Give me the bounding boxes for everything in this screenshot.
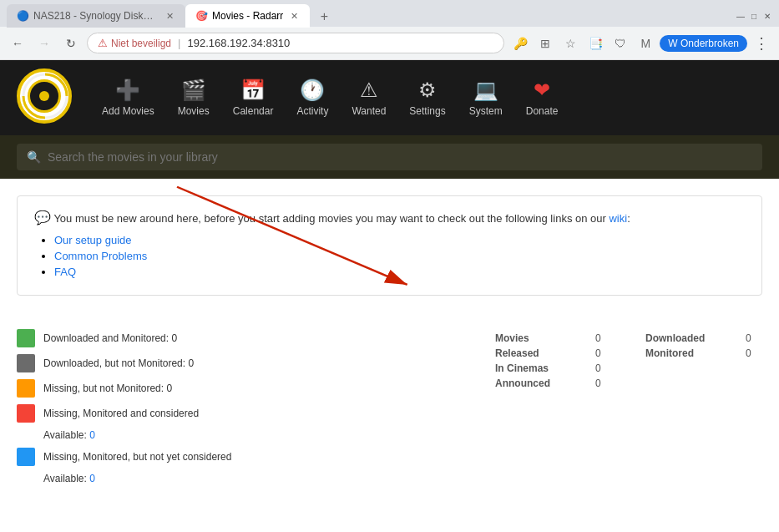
- address-separator: |: [178, 37, 180, 49]
- legend-color-red: [17, 404, 35, 423]
- stat-downloaded-label: Downloaded: [645, 332, 705, 344]
- list-item-setup: Our setup guide: [54, 234, 745, 246]
- calendar-icon: 📅: [240, 79, 266, 102]
- nav-movies[interactable]: 🎬 Movies: [168, 72, 220, 124]
- available-link-1[interactable]: 0: [89, 429, 95, 441]
- shield-icon[interactable]: 🛡: [610, 33, 631, 54]
- stat-monitored: Monitored 0: [645, 347, 762, 359]
- logo-circle: [17, 68, 72, 124]
- movie-stats-col: Movies 0 Released 0 In Cinemas 0 Announc…: [495, 332, 612, 491]
- close-button[interactable]: ✕: [762, 11, 772, 21]
- stat-in-cinemas-value: 0: [595, 362, 612, 374]
- app-container: ➕ Add Movies 🎬 Movies 📅 Calendar 🕐 Activ…: [0, 60, 779, 532]
- title-bar: 🔵 NAS218 - Synology DiskStation ✕ 🎯 Movi…: [0, 0, 779, 27]
- donate-label: Donate: [526, 105, 559, 117]
- stat-announced-value: 0: [595, 377, 612, 389]
- search-bar-container: 🔍: [0, 135, 779, 179]
- main-content: © www.snelrennen.nl 💬 You must be new ar…: [0, 179, 779, 521]
- navigation-bar: ← → ↻ ⚠ Niet beveiligd | 192.168.192.34:…: [0, 27, 779, 60]
- nav-donate[interactable]: ❤ Donate: [516, 72, 569, 124]
- stat-movies: Movies 0: [495, 332, 612, 344]
- wanted-icon: ⚠: [360, 79, 378, 102]
- wanted-label: Wanted: [352, 105, 386, 117]
- legend-downloaded-monitored: Downloaded and Monitored: 0: [17, 329, 462, 347]
- legend-missing-monitored-not-considered: Missing, Monitored, but not yet consider…: [17, 448, 462, 466]
- setup-guide-link[interactable]: Our setup guide: [54, 234, 132, 246]
- forward-button[interactable]: →: [33, 33, 55, 54]
- key-icon[interactable]: 🔑: [509, 33, 531, 54]
- app-logo[interactable]: [17, 68, 75, 127]
- gmail-icon[interactable]: M: [635, 33, 656, 54]
- back-button[interactable]: ←: [7, 33, 28, 54]
- nav-wanted[interactable]: ⚠ Wanted: [341, 72, 396, 124]
- tab-radarr-favicon: 🎯: [195, 10, 207, 22]
- legend-downloaded-not-monitored: Downloaded, but not Monitored: 0: [17, 354, 462, 372]
- stat-released: Released 0: [495, 347, 612, 359]
- add-movies-label: Add Movies: [102, 105, 154, 117]
- browser-menu-button[interactable]: ⋮: [751, 33, 772, 54]
- tab-nas-label: NAS218 - Synology DiskStation: [33, 10, 159, 22]
- nav-add-movies[interactable]: ➕ Add Movies: [92, 72, 164, 124]
- welcome-box: 💬 You must be new around here, before yo…: [17, 195, 762, 296]
- tab-radarr[interactable]: 🎯 Movies - Radarr ✕: [185, 4, 310, 28]
- address-bar[interactable]: ⚠ Niet beveiligd | 192.168.192.34:8310: [87, 33, 504, 53]
- system-label: System: [469, 105, 503, 117]
- search-icon: 🔍: [27, 150, 41, 164]
- legend-color-green: [17, 329, 35, 347]
- legend-label-missing-monitored-considered: Missing, Monitored and considered: [43, 408, 199, 419]
- stat-monitored-value: 0: [746, 347, 762, 359]
- tab-nas-close[interactable]: ✕: [164, 10, 175, 22]
- stat-movies-label: Movies: [495, 332, 529, 344]
- security-label: Niet beveiligd: [111, 38, 171, 49]
- bookmark-icon[interactable]: 📑: [584, 33, 606, 54]
- list-item-problems: Common Problems: [54, 250, 745, 262]
- available-label-2: Available: 0: [43, 473, 462, 484]
- search-input[interactable]: [48, 150, 752, 164]
- legend-missing-monitored-considered: Missing, Monitored and considered: [17, 404, 462, 423]
- welcome-links-list: Our setup guide Common Problems FAQ: [34, 234, 745, 278]
- maximize-button[interactable]: □: [749, 11, 759, 21]
- tab-nas-favicon: 🔵: [17, 10, 28, 22]
- stat-released-label: Released: [495, 347, 539, 359]
- profile-label: W Onderbroken: [668, 38, 739, 49]
- nav-system[interactable]: 💻 System: [459, 72, 513, 124]
- list-item-faq: FAQ: [54, 266, 745, 278]
- refresh-button[interactable]: ↻: [60, 33, 82, 54]
- welcome-text-content: You must be new around here, before you …: [53, 212, 605, 225]
- movies-label: Movies: [178, 105, 210, 117]
- nav-items: ➕ Add Movies 🎬 Movies 📅 Calendar 🕐 Activ…: [92, 72, 762, 124]
- faq-link[interactable]: FAQ: [54, 266, 76, 278]
- window-controls: — □ ✕: [736, 11, 772, 21]
- download-stats-col: Downloaded 0 Monitored 0: [645, 332, 762, 491]
- nav-calendar[interactable]: 📅 Calendar: [223, 72, 284, 124]
- stat-monitored-label: Monitored: [645, 347, 694, 359]
- legend-label-missing-not-monitored: Missing, but not Monitored: 0: [43, 383, 172, 394]
- available-label-1: Available: 0: [43, 429, 462, 441]
- stat-downloaded-value: 0: [746, 332, 762, 344]
- available-link-2[interactable]: 0: [89, 473, 95, 484]
- new-tab-button[interactable]: +: [313, 6, 335, 28]
- legend-label-missing-monitored-not-considered: Missing, Monitored, but not yet consider…: [43, 451, 231, 463]
- nav-settings[interactable]: ⚙ Settings: [399, 72, 455, 124]
- stat-released-value: 0: [595, 347, 612, 359]
- add-movies-icon: ➕: [115, 79, 140, 102]
- tab-radarr-label: Movies - Radarr: [212, 10, 283, 22]
- legend-col: Downloaded and Monitored: 0 Downloaded, …: [17, 329, 462, 491]
- wiki-link[interactable]: wiki: [609, 212, 627, 225]
- welcome-message: 💬 You must be new around here, before yo…: [34, 210, 745, 225]
- tab-bar: 🔵 NAS218 - Synology DiskStation ✕ 🎯 Movi…: [7, 4, 335, 28]
- settings-label: Settings: [409, 105, 445, 117]
- nav-icons: 🔑 ⊞ ☆ 📑 🛡 M W Onderbroken ⋮: [509, 33, 772, 54]
- stat-announced-label: Announced: [495, 377, 550, 389]
- profile-button[interactable]: W Onderbroken: [660, 35, 747, 52]
- common-problems-link[interactable]: Common Problems: [54, 250, 147, 262]
- minimize-button[interactable]: —: [736, 11, 746, 21]
- star-icon[interactable]: ☆: [559, 33, 581, 54]
- tab-radarr-close[interactable]: ✕: [288, 10, 300, 22]
- nav-activity[interactable]: 🕐 Activity: [286, 72, 338, 124]
- activity-label: Activity: [296, 105, 328, 117]
- security-warning: ⚠ Niet beveiligd: [98, 37, 171, 49]
- stat-movies-value: 0: [595, 332, 612, 344]
- tab-nas[interactable]: 🔵 NAS218 - Synology DiskStation ✕: [7, 4, 185, 28]
- translate-icon[interactable]: ⊞: [534, 33, 556, 54]
